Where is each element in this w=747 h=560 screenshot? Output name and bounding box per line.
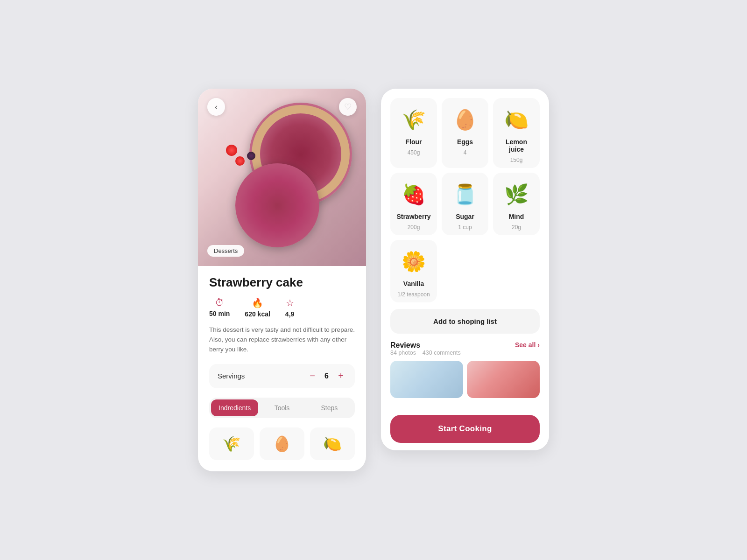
ingredient-strawberry-amount: 200g [408,224,420,231]
servings-decrease-button[interactable]: − [307,371,318,382]
tab-steps[interactable]: Steps [306,399,353,416]
time-stat: ⏱ 50 min [209,297,230,318]
mini-ingredient-flour: 🌾 [209,427,254,460]
reviews-title: Reviews [390,341,461,350]
mini-ingredient-lemon: 🍋 [310,427,355,460]
category-badge: Desserts [207,245,244,257]
mini-ingredient-eggs: 🥚 [260,427,304,460]
rating-value: 4,9 [285,310,294,318]
vanilla-row: 🌼 Vanilla 1/2 teaspoon [390,240,540,302]
hero-image: ‹ ♡ Desserts [198,89,366,266]
reviews-images [390,361,540,398]
favorite-button[interactable]: ♡ [339,98,357,116]
review-image-1 [390,361,463,398]
ingredient-sugar: 🫙 Sugar 1 cup [442,173,488,235]
reviews-section: Reviews 84 photos 430 comments See all › [390,341,540,398]
servings-label: Servings [218,372,245,380]
see-all-button[interactable]: See all › [515,341,540,349]
time-icon: ⏱ [215,297,224,308]
ingredient-eggs-image: 🥚 [450,105,480,134]
servings-increase-button[interactable]: + [335,371,346,382]
ingredient-lemon-amount: 150g [510,157,523,163]
chevron-right-icon: › [537,341,540,349]
tab-tools[interactable]: Tools [258,399,305,416]
ingredient-sugar-name: Sugar [456,213,474,220]
back-button[interactable]: ‹ [207,98,225,116]
servings-controls: − 6 + [307,371,346,382]
right-card: 🌾 Flour 450g 🥚 Eggs 4 🍋 Lemon juice 150g [381,89,549,450]
ingredient-flour-name: Flour [406,138,422,146]
stats-row: ⏱ 50 min 🔥 620 kcal ☆ 4,9 [209,297,355,318]
ingredient-eggs: 🥚 Eggs 4 [442,98,488,168]
time-value: 50 min [209,310,230,317]
start-cooking-button[interactable]: Start Cooking [390,415,540,443]
ingredient-flour: 🌾 Flour 450g [390,98,437,168]
ingredient-vanilla-amount: 1/2 teaspoon [397,291,430,298]
review-image-2 [467,361,540,398]
servings-count: 6 [324,372,329,380]
ingredient-flour-image: 🌾 [399,105,429,134]
calories-value: 620 kcal [245,310,270,318]
reviews-comments: 430 comments [423,350,461,356]
reviews-meta: 84 photos 430 comments [390,350,461,356]
right-card-scroll: 🌾 Flour 450g 🥚 Eggs 4 🍋 Lemon juice 150g [381,89,549,450]
servings-row: Servings − 6 + [209,364,355,388]
left-card: ‹ ♡ Desserts Strawberry cake ⏱ 50 min 🔥 … [198,89,366,471]
reviews-photos: 84 photos [390,350,416,356]
ingredient-strawberry: 🍓 Strawberry 200g [390,173,437,235]
star-icon: ☆ [286,297,294,308]
ingredient-vanilla-name: Vanilla [403,280,424,287]
ingredient-mint-name: Mind [509,213,524,220]
tabs-row: Indredients Tools Steps [209,398,355,418]
add-to-shopping-list-button[interactable]: Add to shoping list [390,309,540,334]
ingredient-lemon-image: 🍋 [501,105,531,134]
tab-ingredients[interactable]: Indredients [211,399,258,416]
recipe-title: Strawberry cake [209,275,355,290]
ingredient-eggs-amount: 4 [464,149,467,156]
ingredient-vanilla: 🌼 Vanilla 1/2 teaspoon [390,240,437,302]
start-cooking-bar: Start Cooking [381,409,549,450]
ingredient-eggs-name: Eggs [457,138,473,146]
ingredient-lemon: 🍋 Lemon juice 150g [493,98,540,168]
ingredient-strawberry-name: Strawberry [396,213,430,220]
ingredients-grid: 🌾 Flour 450g 🥚 Eggs 4 🍋 Lemon juice 150g [390,98,540,235]
ingredient-mint: 🌿 Mind 20g [493,173,540,235]
ingredient-lemon-name: Lemon juice [498,138,535,153]
mini-ingredients: 🌾 🥚 🍋 [209,427,355,460]
calories-stat: 🔥 620 kcal [245,297,270,318]
see-all-label: See all [515,341,536,349]
rating-stat: ☆ 4,9 [285,297,294,318]
ingredient-sugar-image: 🫙 [450,179,480,209]
description: This dessert is very tasty and not diffi… [209,325,355,355]
ingredient-vanilla-image: 🌼 [399,246,429,276]
ingredient-mint-amount: 20g [512,224,521,231]
ingredient-sugar-amount: 1 cup [458,224,472,231]
ingredient-flour-amount: 450g [408,149,420,156]
fire-icon: 🔥 [252,297,263,308]
ingredient-strawberry-image: 🍓 [399,179,429,209]
reviews-header: Reviews 84 photos 430 comments See all › [390,341,540,356]
ingredient-mint-image: 🌿 [501,179,531,209]
